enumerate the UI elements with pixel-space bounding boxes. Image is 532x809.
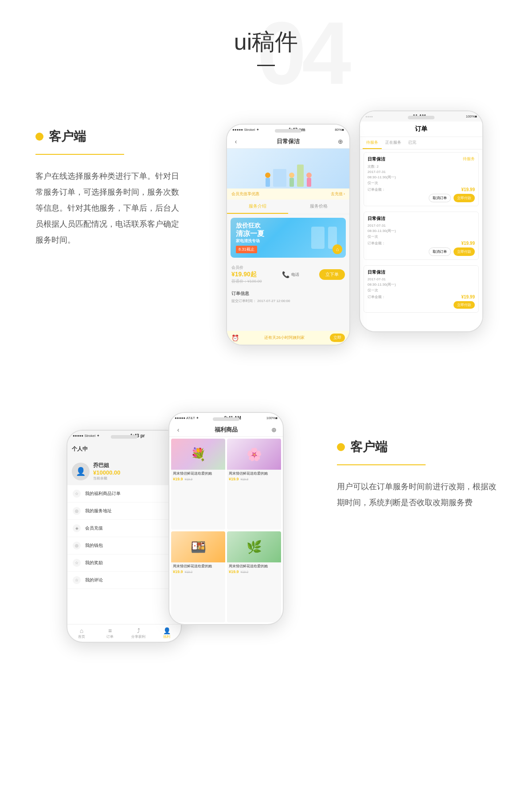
furniture-2 [297, 165, 304, 187]
product-price-row-1: ¥19.9 ¥19.9 [229, 477, 279, 481]
tab-inservice[interactable]: 正在服务 [382, 137, 405, 149]
time-back: 11 AM [413, 114, 426, 119]
pay-btn-1[interactable]: 立即付款 [454, 194, 475, 202]
order-type-3: 日常保洁 [368, 269, 385, 275]
time-products: 9:41 AM [224, 416, 241, 420]
product-0[interactable]: 💐 周末情侣鲜花送给爱的她 ¥19.9 ¥19.9 [171, 439, 225, 530]
page-title: ui稿件 [0, 27, 532, 58]
promo-text-main: 放价狂欢 清凉一夏 家电清洗专场 [236, 221, 264, 244]
phone-products: ●●●●● AT&T ✦ 9:41 AM 100%■ ‹ 福利商品 ⊕ 💐 [168, 412, 284, 625]
promo-label1: 放价狂欢 [236, 221, 264, 229]
battery-back: 100%■ [466, 114, 477, 118]
promo-banner: 放价狂欢 清凉一夏 家电清洗专场 8.31截止 ⌂ [231, 218, 346, 258]
nav-welfare[interactable]: 👤 福利 [153, 624, 181, 642]
product-price-2: ¥19.9 [173, 569, 183, 574]
nav-home[interactable]: ⌂ 首页 [67, 624, 96, 642]
order-detail-2-date: 2017-07-31 [368, 224, 475, 228]
tab-done[interactable]: 已完 [405, 137, 420, 149]
tab-intro[interactable]: 服务介绍 [227, 200, 288, 214]
menu-item-0[interactable]: ☆ 我的福利商品订单 [67, 485, 181, 503]
menu-item-1[interactable]: ◎ 我的服务地址 [67, 503, 181, 520]
cancel-btn-2[interactable]: 取消订单 [429, 247, 451, 256]
pay-btn-2[interactable]: 立即付款 [454, 247, 475, 256]
order-card-1-header: 日常保洁 待服务 [368, 156, 475, 162]
order-2-actions: 取消订单 立即付款 [368, 247, 475, 256]
back-nav-title: 订单 [360, 122, 482, 137]
product-1[interactable]: 🌸 周末情侣鲜花送给爱的她 ¥19.9 ¥19.9 [227, 439, 281, 530]
reminder-text: 还有天26小时阿姨到家 [264, 335, 305, 341]
phone-profile: ●●●●● Strokel ✦ 1:43 pr 个人中 👤 乔巴姐 ¥10000… [66, 430, 182, 643]
price-value: ¥19.90起 [231, 271, 262, 279]
nav-main: ‹ 日常保洁 ⊕ [227, 135, 349, 149]
section2-label: 客户端 [350, 439, 387, 456]
ac-unit-1 [311, 227, 325, 249]
product-img-2: 🍱 [171, 531, 225, 562]
status-bar-back: ●●●● 11 AM 100%■ [360, 111, 482, 122]
battery-products: 100%■ [266, 416, 278, 420]
order-button[interactable]: 立下单 [319, 269, 345, 280]
nav-orders[interactable]: ≡ 订单 [96, 624, 124, 642]
reminder-btn[interactable]: 立即 [330, 334, 345, 342]
menu-item-5[interactable]: ☆ 我的评论 [67, 572, 181, 589]
product-price-row-0: ¥19.9 ¥19.9 [173, 477, 223, 481]
order-detail-1-num: 次数: 2 [368, 164, 475, 169]
order-detail-3-time: 08:30-11:30(周一) [368, 282, 475, 287]
pay-btn-3[interactable]: 立即付款 [454, 301, 475, 309]
promo-label3: 家电清洗专场 [236, 239, 264, 244]
profile-balance: ¥10000.00 [93, 469, 120, 476]
submit-time: 提交订单时间： 2017-07-27 12:00:00 [231, 298, 345, 303]
product-name-2: 周末情侣鲜花送给爱的她 [173, 564, 223, 569]
home-nav-icon: ⌂ [67, 627, 96, 634]
figure-1 [265, 173, 270, 187]
section-2: ●●●●● Strokel ✦ 1:43 pr 个人中 👤 乔巴姐 ¥10000… [0, 385, 532, 687]
promo-ac-icons [311, 227, 337, 249]
tab-price[interactable]: 服务价格 [288, 200, 349, 214]
welfare-nav-label: 福利 [163, 635, 170, 639]
header-divider [257, 65, 275, 66]
time-main: 1:43 pm [289, 127, 305, 132]
phone-main: ●●●●● Strokel ✦ 1:43 pm 80%■ ‹ 日常保洁 ⊕ [226, 124, 350, 346]
profile-name: 乔巴姐 [93, 462, 120, 469]
product-3[interactable]: 🌿 周末情侣鲜花送给爱的她 ¥19.9 ¥19.0 [227, 531, 281, 622]
profile-bottom-nav: ⌂ 首页 ≡ 订单 ⤴ 分享获利 👤 福利 [67, 624, 181, 642]
share-icon-main[interactable]: ⊕ [337, 138, 344, 145]
order-detail-2-time: 08:30-11:30(周一) [368, 228, 475, 233]
product-img-1: 🌸 [227, 439, 281, 470]
product-price-old-3: ¥19.0 [241, 570, 249, 573]
product-name-0: 周末情侣鲜花送给爱的她 [173, 471, 223, 476]
back-icon-main[interactable]: ‹ [232, 138, 239, 145]
order-2-amount-label: 订单金额： [368, 241, 385, 246]
phone-row: 📞 电话 [282, 271, 299, 278]
order-2-amount-row: 订单金额： ¥19.99 [368, 241, 475, 246]
profile-info-row: 👤 乔巴姐 ¥10000.00 当前余额 [67, 457, 181, 485]
order-type-1: 日常保洁 [368, 156, 385, 162]
menu-item-2[interactable]: ◈ 会员充值 [67, 520, 181, 537]
order-3-amount-label: 订单金额： [368, 295, 385, 299]
member-bar-action[interactable]: 去充值 › [331, 191, 345, 197]
order-status-1: 待服务 [463, 156, 475, 162]
profile-avatar: 👤 [72, 463, 90, 480]
product-price-old-0: ¥19.9 [185, 478, 193, 481]
orders-nav-label: 订单 [106, 635, 113, 639]
menu-label-3: 我的钱包 [85, 542, 103, 549]
nav-share[interactable]: ⤴ 分享获利 [124, 624, 153, 642]
phones-group-1: ●●●●● Strokel ✦ 1:43 pm 80%■ ‹ 日常保洁 ⊕ [226, 110, 483, 359]
product-2[interactable]: 🍱 周末情侣鲜花送给爱的她 ¥19.9 ¥19.0 [171, 531, 225, 622]
product-info-3: 周末情侣鲜花送给爱的她 ¥19.9 ¥19.0 [227, 562, 281, 576]
menu-item-3[interactable]: ◎ 我的钱包 [67, 537, 181, 554]
page-header: 04 ui稿件 [0, 0, 532, 84]
tab-pending[interactable]: 待服务 [363, 137, 382, 149]
menu-item-4[interactable]: ☆ 我的奖励 [67, 554, 181, 572]
figure-2 [289, 173, 294, 187]
phone-label: 电话 [291, 272, 299, 278]
product-price-row-2: ¥19.9 ¥19.0 [173, 569, 223, 574]
share-icon-products[interactable]: ⊕ [270, 426, 278, 433]
products-grid: 💐 周末情侣鲜花送给爱的她 ¥19.9 ¥19.9 🌸 [169, 437, 283, 624]
menu-icon-1: ◎ [73, 507, 81, 515]
menu-icon-3: ◎ [73, 542, 81, 550]
menu-label-2: 会员充值 [85, 525, 103, 531]
figures [265, 165, 312, 189]
figure-head-1 [265, 173, 270, 178]
back-icon-products[interactable]: ‹ [175, 426, 182, 433]
cancel-btn-1[interactable]: 取消订单 [429, 194, 451, 202]
